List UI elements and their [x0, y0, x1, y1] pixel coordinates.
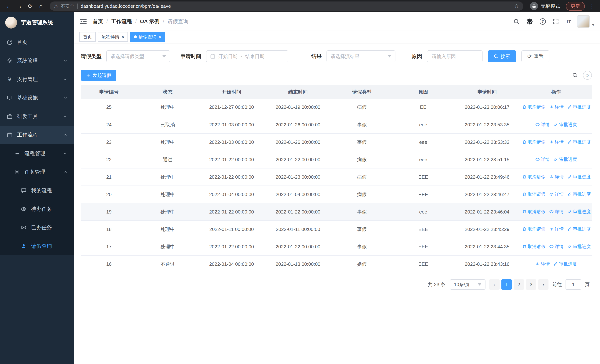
breadcrumb-separator: /: [163, 19, 164, 24]
sidebar-item-label: 系统管理: [17, 57, 58, 64]
progress-action-link[interactable]: 审批进度: [553, 261, 577, 267]
result-select[interactable]: 请选择流结果: [327, 50, 395, 62]
breadcrumb-item[interactable]: 工作流程: [111, 18, 132, 25]
sidebar-item-system[interactable]: 系统管理: [0, 52, 74, 70]
cancel-action-link[interactable]: 取消请假: [522, 226, 545, 232]
page-button-2[interactable]: 2: [514, 279, 524, 290]
search-button[interactable]: 搜索: [488, 50, 516, 62]
sidebar-item-done-tasks[interactable]: 已办任务: [0, 218, 74, 237]
cell-actions: 取消请假详情审批进度: [520, 203, 592, 221]
app-logo[interactable]: 芋道管理系统: [0, 12, 74, 33]
cancel-action-link[interactable]: 取消请假: [522, 174, 545, 180]
table-row: 21处理中2022-01-22 00:00:002022-01-23 00:00…: [81, 168, 592, 186]
browser-menu-icon[interactable]: ⋮: [588, 3, 596, 9]
page-button-3[interactable]: 3: [526, 279, 536, 290]
avatar[interactable]: [577, 15, 590, 28]
sidebar-item-my-process[interactable]: 我的流程: [0, 181, 74, 200]
progress-action-link[interactable]: 审批进度: [553, 156, 577, 162]
page-size-select[interactable]: 10条/页: [450, 279, 486, 290]
url-text[interactable]: dashboard.yudao.iocoder.cn/bpm/oa/leave: [81, 3, 511, 9]
help-icon[interactable]: ?: [540, 18, 546, 25]
back-icon[interactable]: ←: [4, 1, 14, 11]
progress-action-link[interactable]: 审批进度: [553, 121, 577, 128]
sidebar-item-infra[interactable]: 基础设施: [0, 89, 74, 107]
user-menu[interactable]: ▼: [577, 15, 595, 28]
fullscreen-icon[interactable]: [553, 18, 559, 25]
detail-action-link[interactable]: 详情: [549, 243, 564, 250]
cell-apply-time: 2022-01-22 23:46:47: [454, 186, 520, 203]
not-secure-badge[interactable]: ⚠ 不安全: [54, 3, 74, 9]
reason-input[interactable]: [427, 54, 482, 59]
sidebar-item-label: 流程管理: [24, 150, 58, 157]
next-page-button[interactable]: ›: [538, 279, 548, 290]
tab-home[interactable]: 首页: [79, 32, 96, 42]
detail-action-link[interactable]: 详情: [535, 121, 550, 128]
cancel-action-link[interactable]: 取消请假: [522, 104, 545, 110]
sidebar-item-payment[interactable]: ¥ 支付管理: [0, 70, 74, 89]
detail-action-link[interactable]: 详情: [549, 191, 564, 197]
sidebar-item-process-mgmt[interactable]: 流程管理: [0, 144, 74, 163]
create-leave-button[interactable]: 发起请假: [81, 70, 116, 81]
hamburger-icon[interactable]: [74, 18, 93, 25]
cancel-action-link[interactable]: 取消请假: [522, 139, 545, 145]
page-button-1[interactable]: 1: [501, 279, 512, 290]
progress-action-link[interactable]: 审批进度: [567, 226, 591, 232]
cell-leave-type: 婚假: [331, 255, 393, 273]
home-icon[interactable]: ⌂: [36, 1, 46, 11]
tab-process-detail[interactable]: 流程详情 ×: [98, 32, 128, 42]
bookmark-star-icon[interactable]: ☆: [514, 3, 519, 9]
github-icon[interactable]: [526, 18, 533, 25]
result-label: 结果: [311, 53, 322, 60]
sidebar-item-home[interactable]: 首页: [0, 33, 74, 52]
caret-down-icon: ▼: [591, 23, 595, 28]
detail-action-link[interactable]: 详情: [549, 104, 564, 110]
progress-action-link[interactable]: 审批进度: [567, 174, 591, 180]
cell-status: 处理中: [137, 168, 198, 186]
leave-table-body: 25处理中2021-12-27 00:00:002022-01-19 00:00…: [81, 99, 592, 273]
app-title: 芋道管理系统: [21, 19, 53, 26]
progress-action-link[interactable]: 审批进度: [567, 104, 591, 110]
cell-status: 已取消: [137, 116, 198, 133]
prev-page-button[interactable]: ‹: [489, 279, 500, 290]
detail-action-link[interactable]: 详情: [549, 209, 564, 215]
sidebar-item-task-mgmt[interactable]: 任务管理: [0, 163, 74, 181]
update-button[interactable]: 更新: [566, 2, 585, 11]
detail-action-link[interactable]: 详情: [535, 156, 550, 162]
detail-action-link[interactable]: 详情: [535, 261, 550, 267]
breadcrumb-item[interactable]: 首页: [93, 18, 103, 25]
reload-icon[interactable]: ⟳: [25, 1, 35, 11]
reset-button[interactable]: ⟳ 重置: [521, 50, 549, 62]
sidebar-item-leave-query[interactable]: 请假查询: [0, 237, 74, 255]
cancel-action-link[interactable]: 取消请假: [522, 209, 545, 215]
sidebar-item-workflow[interactable]: 工作流程: [0, 126, 74, 144]
progress-action-link[interactable]: 审批进度: [567, 191, 591, 197]
progress-action-link[interactable]: 审批进度: [567, 209, 591, 215]
sidebar-item-todo-tasks[interactable]: 待办任务: [0, 200, 74, 218]
tab-leave-query[interactable]: 请假查询 ×: [130, 32, 165, 42]
close-icon[interactable]: ×: [158, 35, 161, 39]
cancel-action-link[interactable]: 取消请假: [522, 243, 545, 250]
date-range-picker[interactable]: 开始日期 - 结束日期: [206, 50, 288, 62]
search-icon[interactable]: [513, 18, 520, 25]
detail-action-link[interactable]: 详情: [549, 139, 564, 145]
detail-action-link[interactable]: 详情: [549, 174, 564, 180]
cell-reason: EEE: [393, 168, 454, 186]
chat-icon: [21, 187, 27, 194]
sidebar-item-devtools[interactable]: 研发工具: [0, 107, 74, 126]
leave-type-select[interactable]: 请选择请假类型: [106, 50, 170, 62]
close-icon[interactable]: ×: [121, 35, 124, 39]
progress-action-link[interactable]: 审批进度: [567, 243, 591, 250]
search-toggle-icon[interactable]: [572, 73, 578, 78]
date-start-placeholder[interactable]: 开始日期: [218, 53, 238, 60]
forward-icon[interactable]: →: [14, 1, 24, 11]
address-bar[interactable]: ⚠ 不安全 dashboard.yudao.iocoder.cn/bpm/oa/…: [50, 1, 523, 11]
goto-page-input[interactable]: [565, 279, 581, 290]
progress-action-link[interactable]: 审批进度: [567, 139, 591, 145]
chevron-up-icon: [63, 170, 67, 174]
detail-action-link[interactable]: 详情: [549, 226, 564, 232]
breadcrumb-item[interactable]: OA 示例: [140, 18, 159, 25]
date-end-placeholder[interactable]: 结束日期: [245, 53, 264, 60]
refresh-table-icon[interactable]: ⟳: [583, 71, 592, 80]
font-size-icon[interactable]: TT: [565, 18, 571, 25]
cancel-action-link[interactable]: 取消请假: [522, 191, 545, 197]
